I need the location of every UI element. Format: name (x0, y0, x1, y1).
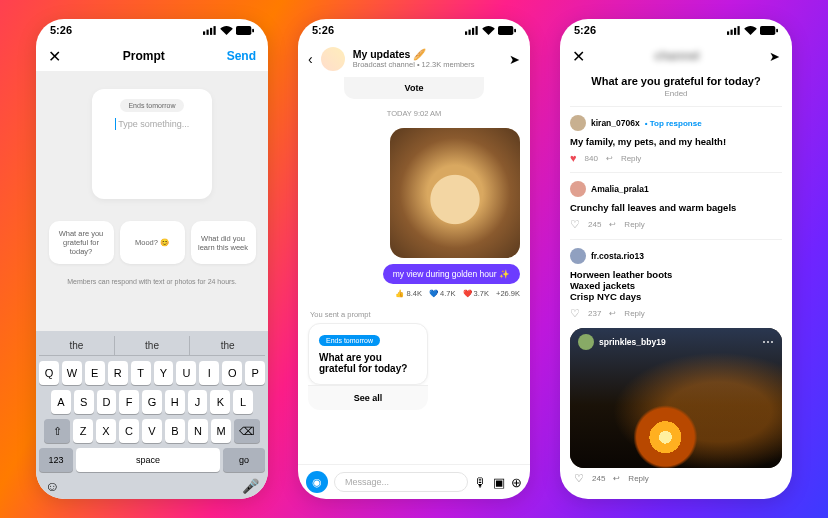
more-icon[interactable]: ⋯ (762, 335, 774, 349)
svg-rect-13 (731, 29, 733, 34)
channel-name-blurred: channel (593, 49, 761, 63)
prompt-card[interactable]: Ends tomorrow What are you grateful for … (308, 323, 428, 385)
key-u[interactable]: U (176, 361, 196, 385)
shift-key[interactable]: ⇧ (44, 419, 70, 443)
clock: 5:26 (312, 24, 334, 36)
key-i[interactable]: I (199, 361, 219, 385)
key-f[interactable]: F (119, 390, 139, 414)
like-icon[interactable]: ♡ (570, 218, 580, 231)
share-icon[interactable]: ➤ (509, 52, 520, 67)
reply-label[interactable]: Reply (621, 154, 641, 163)
response-actions: ♡ 245 ↩ Reply (570, 218, 782, 231)
username: kiran_0706x (591, 118, 640, 128)
sent-photo[interactable] (390, 128, 520, 258)
image-icon[interactable]: ▣ (493, 475, 505, 490)
key-a[interactable]: A (51, 390, 71, 414)
like-icon[interactable]: ♥ (570, 152, 577, 164)
top-response-badge: Top response (645, 119, 702, 128)
key-d[interactable]: D (97, 390, 117, 414)
emoji-key[interactable]: ☺ (45, 478, 59, 494)
reply-label[interactable]: Reply (628, 474, 648, 483)
key-z[interactable]: Z (73, 419, 93, 443)
reply-label[interactable]: Reply (624, 220, 644, 229)
reply-icon[interactable]: ↩ (606, 154, 613, 163)
key-y[interactable]: Y (154, 361, 174, 385)
compose-card[interactable]: Ends tomorrow Type something... (92, 89, 212, 199)
suggestion-1[interactable]: What are you grateful for today? (49, 221, 114, 264)
chat-scroll[interactable]: Vote TODAY 9:02 AM my view during golden… (298, 77, 530, 464)
predict-2[interactable]: the (115, 336, 191, 355)
go-key[interactable]: go (223, 448, 265, 472)
reaction-1[interactable]: 👍 8.4K (395, 289, 422, 298)
key-h[interactable]: H (165, 390, 185, 414)
text-input[interactable]: Type something... (115, 118, 190, 130)
key-q[interactable]: Q (39, 361, 59, 385)
reaction-more[interactable]: +26.9K (496, 289, 520, 298)
predict-3[interactable]: the (190, 336, 265, 355)
response-header[interactable]: fr.costa.rio13 (570, 248, 782, 264)
response-header[interactable]: kiran_0706x Top response (570, 115, 782, 131)
reply-icon[interactable]: ↩ (613, 474, 620, 483)
key-w[interactable]: W (62, 361, 82, 385)
channel-avatar[interactable] (321, 47, 345, 71)
key-e[interactable]: E (85, 361, 105, 385)
svg-rect-5 (252, 28, 254, 32)
response-header: sprinkles_bby19 ⋯ (578, 334, 774, 350)
reply-icon[interactable]: ↩ (609, 309, 616, 318)
key-row-1: QWERTYUIOP (39, 361, 265, 385)
response-photo-item[interactable]: sprinkles_bby19 ⋯ (570, 328, 782, 468)
key-x[interactable]: X (96, 419, 116, 443)
numbers-key[interactable]: 123 (39, 448, 73, 472)
response-header[interactable]: Amalia_prala1 (570, 181, 782, 197)
key-o[interactable]: O (222, 361, 242, 385)
close-icon[interactable]: ✕ (572, 47, 585, 66)
key-v[interactable]: V (142, 419, 162, 443)
key-m[interactable]: M (211, 419, 231, 443)
predict-1[interactable]: the (39, 336, 115, 355)
back-icon[interactable]: ‹ (308, 51, 313, 67)
key-j[interactable]: J (188, 390, 208, 414)
suggestion-3[interactable]: What did you learn this week (191, 221, 256, 264)
key-t[interactable]: T (131, 361, 151, 385)
camera-button[interactable]: ◉ (306, 471, 328, 493)
key-b[interactable]: B (165, 419, 185, 443)
prompt-text: What are you grateful for today? (319, 352, 417, 374)
caption: my view during golden hour ✨ (383, 264, 520, 284)
wifi-icon (220, 26, 233, 35)
key-s[interactable]: S (74, 390, 94, 414)
reaction-3[interactable]: ❤️ 3.7K (463, 289, 490, 298)
reaction-2[interactable]: 💙 4.7K (429, 289, 456, 298)
message-input[interactable]: Message... (334, 472, 468, 492)
key-n[interactable]: N (188, 419, 208, 443)
reactions[interactable]: 👍 8.4K 💙 4.7K ❤️ 3.7K +26.9K (395, 289, 520, 298)
add-icon[interactable]: ⊕ (511, 475, 522, 490)
mic-icon[interactable]: 🎙 (474, 475, 487, 490)
key-p[interactable]: P (245, 361, 265, 385)
share-icon[interactable]: ➤ (769, 49, 780, 64)
svg-rect-14 (734, 27, 736, 34)
key-c[interactable]: C (119, 419, 139, 443)
space-key[interactable]: space (76, 448, 220, 472)
suggestion-2[interactable]: Mood? 😊 (120, 221, 185, 264)
mic-key[interactable]: 🎤 (242, 478, 259, 494)
close-icon[interactable]: ✕ (48, 47, 61, 66)
vote-button[interactable]: Vote (344, 77, 484, 99)
key-g[interactable]: G (142, 390, 162, 414)
key-r[interactable]: R (108, 361, 128, 385)
reply-label[interactable]: Reply (624, 309, 644, 318)
header: ✕ channel ➤ (560, 41, 792, 71)
reply-icon[interactable]: ↩ (609, 220, 616, 229)
responses-list[interactable]: kiran_0706x Top response My family, my p… (560, 106, 792, 499)
key-k[interactable]: K (210, 390, 230, 414)
key-l[interactable]: L (233, 390, 253, 414)
like-icon[interactable]: ♡ (570, 307, 580, 320)
like-icon[interactable]: ♡ (574, 472, 584, 485)
svg-rect-4 (236, 26, 251, 35)
channel-title-block[interactable]: My updates 🥖 Broadcast channel • 12.3K m… (353, 49, 501, 70)
see-all-button[interactable]: See all (308, 385, 428, 410)
svg-rect-11 (514, 28, 516, 32)
send-button[interactable]: Send (227, 49, 256, 63)
status-bar: 5:26 (560, 19, 792, 41)
predictive-bar: the the the (39, 336, 265, 356)
backspace-key[interactable]: ⌫ (234, 419, 260, 443)
